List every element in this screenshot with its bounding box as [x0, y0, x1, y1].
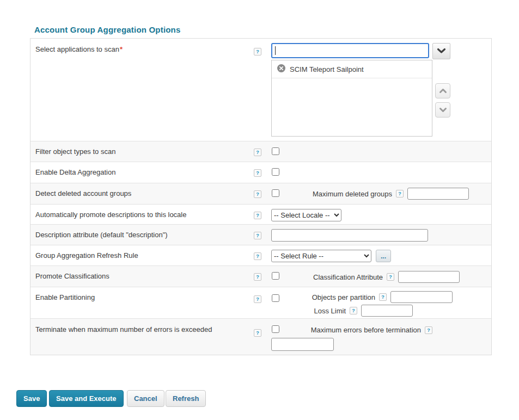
required-marker: *: [120, 45, 123, 53]
filter-object-types-label: Filter object types to scan: [35, 147, 115, 156]
help-icon[interactable]: ?: [254, 295, 261, 303]
help-icon[interactable]: ?: [387, 273, 394, 281]
help-icon[interactable]: ?: [254, 190, 261, 198]
loss-limit-group: Loss Limit ?: [314, 305, 413, 317]
objects-per-partition-group: Objects per partition ?: [312, 291, 453, 303]
select-applications-label: Select applications to scan: [35, 45, 119, 53]
remove-icon[interactable]: [277, 64, 285, 74]
row-refresh-rule: Group Aggregation Refresh Rule ? -- Sele…: [30, 245, 491, 265]
row-description-attribute: Description attribute (default "descript…: [30, 224, 491, 245]
max-errors-input[interactable]: [271, 338, 334, 351]
help-icon[interactable]: ?: [254, 252, 261, 260]
help-icon[interactable]: ?: [254, 212, 261, 219]
max-deleted-groups-input[interactable]: [407, 188, 469, 200]
help-icon[interactable]: ?: [425, 326, 432, 334]
description-attribute-input[interactable]: [271, 229, 428, 242]
classification-attribute-input[interactable]: [398, 271, 460, 283]
help-icon[interactable]: ?: [254, 329, 261, 337]
selected-applications-panel: SCIM Teleport Sailpoint: [271, 60, 432, 137]
row-detect-deleted-groups: Detect deleted account groups ? Maximum …: [30, 183, 491, 204]
max-deleted-groups-group: Maximum deleted groups ?: [313, 188, 469, 200]
enable-delta-label: Enable Delta Aggregation: [35, 168, 115, 176]
loss-limit-label: Loss Limit: [314, 307, 346, 315]
max-errors-group: Maximum errors before termination ?: [311, 326, 432, 334]
help-icon[interactable]: ?: [396, 190, 404, 197]
help-icon[interactable]: ?: [254, 232, 261, 239]
description-attribute-label: Description attribute (default "descript…: [35, 231, 168, 239]
refresh-rule-label: Group Aggregation Refresh Rule: [35, 251, 138, 260]
help-icon[interactable]: ?: [379, 293, 387, 301]
form-table: Select applications to scan* ? SCIM Tele…: [30, 38, 492, 355]
help-icon[interactable]: ?: [254, 149, 261, 156]
detect-deleted-checkbox[interactable]: [272, 189, 279, 197]
promote-classifications-label: Promote Classifications: [35, 272, 109, 280]
selected-application-item[interactable]: SCIM Teleport Sailpoint: [272, 60, 432, 78]
row-filter-object-types: Filter object types to scan ?: [30, 141, 491, 162]
loss-limit-input[interactable]: [361, 305, 413, 317]
row-promote-classifications: Promote Classifications ? Classification…: [30, 265, 491, 287]
refresh-rule-select[interactable]: -- Select Rule --: [271, 250, 371, 262]
filter-object-types-checkbox[interactable]: [272, 147, 279, 155]
classification-attribute-group: Classification Attribute ?: [313, 271, 460, 283]
selected-application-name: SCIM Teleport Sailpoint: [290, 65, 364, 73]
enable-partitioning-checkbox[interactable]: [272, 294, 279, 302]
cancel-button[interactable]: Cancel: [127, 390, 164, 407]
locale-select[interactable]: -- Select Locale --: [271, 209, 341, 221]
page-title: Account Group Aggregation Options: [34, 25, 181, 34]
row-enable-partitioning: Enable Partitioning ? Objects per partit…: [30, 287, 491, 318]
save-and-execute-button[interactable]: Save and Execute: [49, 390, 124, 407]
terminate-on-errors-checkbox[interactable]: [272, 325, 279, 333]
applications-combobox-input[interactable]: [272, 44, 428, 57]
objects-per-partition-input[interactable]: [390, 291, 453, 303]
help-icon[interactable]: ?: [254, 48, 261, 55]
refresh-button[interactable]: Refresh: [166, 390, 206, 407]
help-icon[interactable]: ?: [254, 169, 261, 177]
enable-delta-checkbox[interactable]: [272, 168, 279, 176]
chevron-up-icon: [439, 86, 447, 96]
move-up-button[interactable]: [435, 83, 450, 98]
chevron-down-icon: [437, 46, 446, 56]
max-deleted-groups-label: Maximum deleted groups: [313, 190, 392, 198]
row-select-applications: Select applications to scan* ? SCIM Tele…: [30, 39, 491, 141]
row-terminate-on-errors: Terminate when maximum number of errors …: [30, 318, 491, 355]
classification-attribute-label: Classification Attribute: [313, 273, 383, 281]
row-promote-descriptions-locale: Automatically promote descriptions to th…: [30, 204, 491, 224]
applications-combobox: [271, 43, 429, 58]
promote-classifications-checkbox[interactable]: [272, 272, 279, 280]
promote-descriptions-label: Automatically promote descriptions to th…: [35, 211, 186, 219]
row-label: Select applications to scan*: [35, 45, 123, 53]
chevron-down-icon: [439, 105, 447, 115]
objects-per-partition-label: Objects per partition: [312, 293, 375, 301]
help-icon[interactable]: ?: [350, 307, 357, 314]
max-errors-label: Maximum errors before termination: [311, 326, 421, 334]
account-group-aggregation-page: Account Group Aggregation Options Select…: [0, 0, 519, 420]
help-icon[interactable]: ?: [254, 273, 261, 281]
move-down-button[interactable]: [435, 102, 450, 118]
browse-rule-button[interactable]: ...: [376, 250, 391, 262]
terminate-on-errors-label: Terminate when maximum number of errors …: [35, 325, 212, 333]
row-enable-delta-aggregation: Enable Delta Aggregation ?: [30, 162, 491, 183]
enable-partitioning-label: Enable Partitioning: [35, 293, 95, 301]
save-button[interactable]: Save: [16, 390, 47, 407]
combobox-dropdown-button[interactable]: [432, 43, 450, 59]
detect-deleted-label: Detect deleted account groups: [35, 189, 131, 197]
